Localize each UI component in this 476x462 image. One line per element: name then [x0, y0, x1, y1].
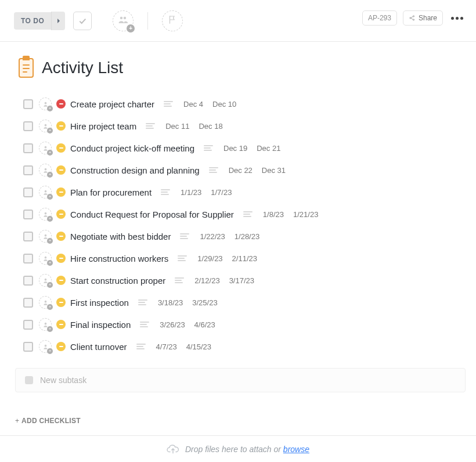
priority-badge[interactable] — [56, 187, 66, 197]
priority-badge[interactable] — [56, 276, 66, 285]
task-checkbox[interactable] — [23, 143, 33, 153]
assign-button[interactable]: + — [39, 274, 52, 287]
task-start-date[interactable]: 2/12/23 — [194, 276, 219, 285]
description-icon[interactable] — [140, 320, 150, 329]
task-end-date[interactable]: Dec 21 — [257, 144, 280, 153]
task-name[interactable]: Conduct project kick-off meeting — [70, 143, 194, 153]
page-title[interactable]: Activity List — [42, 59, 123, 77]
priority-badge[interactable] — [56, 121, 66, 131]
assign-button[interactable]: + — [39, 164, 52, 176]
description-icon[interactable] — [209, 166, 219, 174]
task-checkbox[interactable] — [23, 187, 33, 197]
task-end-date[interactable]: 2/11/23 — [232, 254, 257, 263]
task-end-date[interactable]: 1/21/23 — [293, 210, 318, 219]
mark-complete-button[interactable] — [73, 12, 92, 30]
task-checkbox[interactable] — [23, 342, 33, 352]
task-checkbox[interactable] — [23, 232, 33, 241]
assign-button[interactable]: + — [39, 340, 52, 353]
task-row[interactable]: +Negotiate with best bidder1/22/231/28/2… — [15, 225, 466, 247]
task-end-date[interactable]: 4/6/23 — [194, 320, 215, 329]
task-start-date[interactable]: Dec 4 — [183, 100, 203, 109]
task-name[interactable]: Plan for procurement — [70, 187, 152, 197]
ticket-id-badge[interactable]: AP-293 — [362, 10, 397, 26]
task-checkbox[interactable] — [23, 320, 33, 330]
task-row[interactable]: +Start construction proper2/12/233/17/23 — [15, 269, 466, 291]
task-end-date[interactable]: 3/25/23 — [192, 298, 217, 307]
task-end-date[interactable]: 4/15/23 — [186, 342, 211, 351]
task-row[interactable]: +Final inspection3/26/234/6/23 — [15, 313, 466, 335]
status-button[interactable]: TO DO — [14, 12, 65, 30]
task-end-date[interactable]: 1/7/23 — [211, 188, 232, 197]
status-dropdown-caret[interactable] — [51, 12, 65, 30]
priority-badge[interactable] — [56, 210, 66, 219]
task-checkbox[interactable] — [23, 165, 33, 175]
more-menu-button[interactable] — [449, 17, 466, 20]
task-name[interactable]: First inspection — [70, 298, 129, 308]
task-row[interactable]: +Conduct Request for Proposal for Suppli… — [15, 203, 466, 225]
task-checkbox[interactable] — [23, 99, 33, 109]
priority-badge[interactable] — [56, 298, 66, 307]
task-name[interactable]: Hire construction workers — [70, 254, 168, 264]
add-assignee-button[interactable]: + — [113, 10, 134, 31]
task-name[interactable]: Negotiate with best bidder — [70, 232, 171, 241]
task-start-date[interactable]: Dec 19 — [223, 144, 247, 153]
priority-badge[interactable] — [56, 342, 66, 351]
description-icon[interactable] — [136, 342, 147, 351]
assign-button[interactable]: + — [39, 142, 52, 154]
priority-badge[interactable] — [56, 165, 66, 175]
description-icon[interactable] — [146, 122, 156, 130]
assign-button[interactable]: + — [39, 230, 52, 243]
set-priority-button[interactable] — [162, 10, 183, 31]
task-name[interactable]: Final inspection — [70, 320, 131, 330]
task-start-date[interactable]: 1/8/23 — [263, 210, 284, 219]
task-name[interactable]: Start construction proper — [70, 276, 165, 286]
description-icon[interactable] — [180, 232, 190, 240]
task-start-date[interactable]: 1/29/23 — [197, 254, 222, 263]
new-subtask-input[interactable]: New subtask — [15, 368, 466, 392]
assign-button[interactable]: + — [39, 318, 52, 331]
priority-badge[interactable] — [56, 254, 66, 263]
task-end-date[interactable]: 1/28/23 — [235, 232, 259, 241]
task-checkbox[interactable] — [23, 298, 33, 308]
share-button[interactable]: Share — [403, 10, 443, 26]
description-icon[interactable] — [204, 144, 214, 152]
priority-badge[interactable] — [56, 143, 66, 153]
task-start-date[interactable]: 1/1/23 — [181, 188, 201, 197]
task-row[interactable]: +First inspection3/18/233/25/23 — [15, 291, 466, 313]
task-end-date[interactable]: Dec 18 — [199, 122, 222, 131]
task-name[interactable]: Hire project team — [70, 121, 136, 131]
task-end-date[interactable]: Dec 10 — [212, 100, 236, 109]
task-end-date[interactable]: Dec 31 — [262, 166, 286, 175]
task-end-date[interactable]: 3/17/23 — [229, 276, 254, 285]
assign-button[interactable]: + — [39, 296, 52, 309]
task-row[interactable]: +Client turnover4/7/234/15/23 — [15, 335, 466, 358]
task-row[interactable]: +Plan for procurement1/1/231/7/23 — [15, 181, 466, 203]
description-icon[interactable] — [161, 188, 171, 196]
task-row[interactable]: +Hire construction workers1/29/232/11/23 — [15, 247, 466, 269]
description-icon[interactable] — [178, 254, 188, 262]
description-icon[interactable] — [164, 100, 174, 108]
add-checklist-button[interactable]: ADD CHECKLIST — [15, 417, 466, 425]
task-start-date[interactable]: Dec 22 — [229, 166, 253, 175]
priority-badge[interactable] — [56, 232, 66, 241]
task-name[interactable]: Create project charter — [70, 99, 154, 109]
priority-badge[interactable] — [56, 99, 66, 109]
task-name[interactable]: Conduct Request for Proposal for Supplie… — [70, 210, 234, 219]
description-icon[interactable] — [138, 298, 149, 306]
task-start-date[interactable]: 4/7/23 — [156, 342, 177, 351]
task-start-date[interactable]: 3/18/23 — [158, 298, 183, 307]
priority-badge[interactable] — [56, 320, 66, 329]
task-checkbox[interactable] — [23, 254, 33, 264]
task-row[interactable]: +Conduct project kick-off meetingDec 19D… — [15, 137, 466, 159]
description-icon[interactable] — [175, 276, 185, 284]
assign-button[interactable]: + — [39, 252, 52, 265]
assign-button[interactable]: + — [39, 120, 52, 132]
browse-link[interactable]: browse — [283, 445, 309, 454]
assign-button[interactable]: + — [39, 208, 52, 221]
task-start-date[interactable]: 3/26/23 — [160, 320, 185, 329]
task-checkbox[interactable] — [23, 276, 33, 286]
task-start-date[interactable]: Dec 11 — [165, 122, 189, 131]
task-row[interactable]: +Hire project teamDec 11Dec 18 — [15, 115, 466, 137]
task-checkbox[interactable] — [23, 210, 33, 219]
task-start-date[interactable]: 1/22/23 — [200, 232, 225, 241]
